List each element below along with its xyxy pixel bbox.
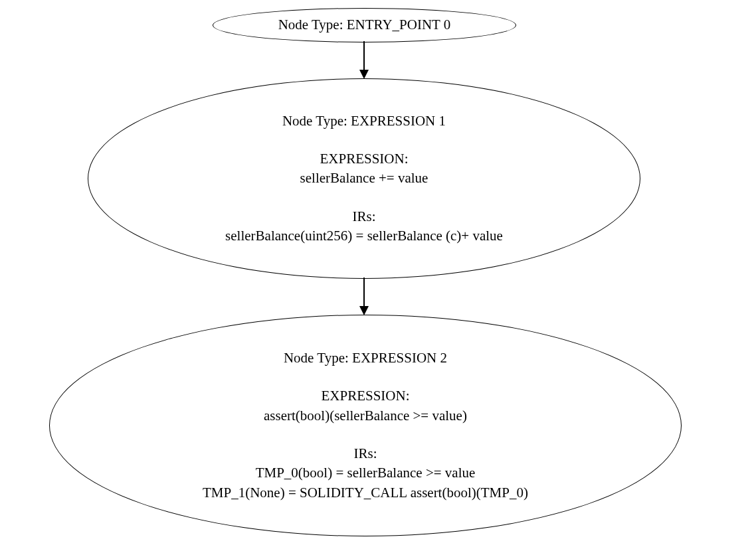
cfg-diagram: Node Type: ENTRY_POINT 0 Node Type: EXPR… bbox=[0, 0, 756, 551]
expression-value: sellerBalance += value bbox=[300, 170, 428, 186]
edge-1-2-line bbox=[363, 277, 365, 307]
expression-label: EXPRESSION: bbox=[320, 151, 408, 167]
expression-label: EXPRESSION: bbox=[321, 388, 409, 404]
node-header: Node Type: EXPRESSION 2 bbox=[284, 350, 447, 366]
node-header: Node Type: EXPRESSION 1 bbox=[282, 113, 446, 129]
edge-1-2-head bbox=[359, 306, 369, 315]
irs-value: TMP_0(bool) = sellerBalance >= value TMP… bbox=[203, 465, 528, 500]
irs-label: IRs: bbox=[352, 208, 375, 224]
edge-0-1-line bbox=[363, 41, 365, 70]
node-entry-point-0: Node Type: ENTRY_POINT 0 bbox=[213, 8, 516, 42]
irs-label: IRs: bbox=[353, 445, 377, 461]
node-header: Node Type: ENTRY_POINT 0 bbox=[278, 15, 451, 35]
node-expression-1: Node Type: EXPRESSION 1 EXPRESSION: sell… bbox=[88, 78, 640, 279]
edge-0-1-head bbox=[359, 70, 369, 79]
irs-value: sellerBalance(uint256) = sellerBalance (… bbox=[225, 228, 503, 244]
expression-value: assert(bool)(sellerBalance >= value) bbox=[264, 408, 467, 424]
node-expression-2: Node Type: EXPRESSION 2 EXPRESSION: asse… bbox=[49, 315, 682, 536]
